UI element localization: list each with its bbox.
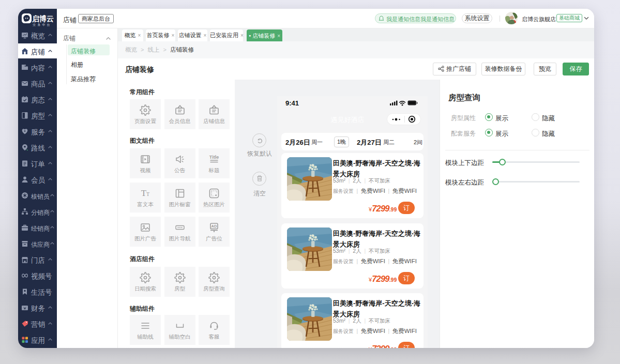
svg-text:Title: Title [209,155,219,160]
svg-text:AD: AD [211,224,217,229]
svg-text:T: T [146,191,149,197]
